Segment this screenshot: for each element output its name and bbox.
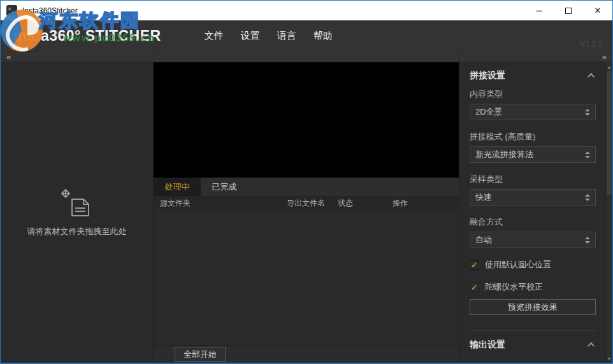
- queue-table-body: [154, 209, 459, 345]
- center-strip: [154, 52, 459, 62]
- menu-item-file[interactable]: 文件: [203, 27, 225, 45]
- window-controls: ─ ✕: [524, 1, 612, 20]
- output-settings-header[interactable]: 输出设置: [470, 339, 596, 351]
- output-settings-title: 输出设置: [470, 339, 505, 351]
- bottom-bar: 全部开始: [154, 345, 459, 363]
- blend-mode-label: 融合方式: [470, 216, 596, 228]
- custom-resolution-label: 自定义: [571, 362, 596, 363]
- maximize-icon: [565, 8, 572, 14]
- menu-item-language[interactable]: 语言: [276, 27, 298, 45]
- check-icon: ✓: [471, 261, 478, 269]
- close-button[interactable]: ✕: [583, 1, 612, 20]
- stitch-settings-title: 拼接设置: [470, 70, 505, 81]
- content-type-value: 2D全景: [475, 106, 503, 118]
- minimize-icon: ─: [536, 6, 542, 15]
- dropdown-spinner-icon: [585, 109, 590, 116]
- gyro-correction-checkbox-row[interactable]: ✓ 陀螺仪水平校正: [470, 281, 596, 293]
- stitch-mode-value: 新光流拼接算法: [475, 149, 533, 160]
- menu-item-settings[interactable]: 设置: [240, 27, 261, 45]
- tab-processing[interactable]: 处理中: [154, 178, 201, 196]
- resolution-label: 分辨率: [470, 362, 494, 363]
- queue-table-header: 源文件夹 导出文件名 状态 操作: [154, 197, 459, 209]
- default-circle-label: 使用默认圆心位置: [485, 259, 551, 270]
- sampling-type-select[interactable]: 快速: [470, 189, 596, 206]
- custom-resolution-group: 自定义: [556, 362, 596, 363]
- queue-tabbar: 处理中 已完成: [154, 178, 459, 197]
- tab-completed[interactable]: 已完成: [201, 178, 248, 196]
- column-source-folder: 源文件夹: [154, 198, 287, 209]
- preview-stitch-button[interactable]: 预览拼接效果: [470, 299, 596, 315]
- collapse-right-button[interactable]: »: [596, 53, 612, 61]
- source-panel: 请将素材文件夹拖拽至此处: [1, 62, 154, 363]
- column-operation: 操作: [393, 198, 459, 209]
- app-icon-glyph: ✳: [6, 5, 12, 12]
- drop-hint-text: 请将素材文件夹拖拽至此处: [27, 226, 127, 237]
- drop-zone[interactable]: 请将素材文件夹拖拽至此处: [27, 188, 127, 237]
- blend-mode-value: 自动: [475, 234, 492, 246]
- dropdown-spinner-icon: [585, 151, 590, 158]
- chevron-up-icon: [588, 342, 595, 349]
- output-settings-section: 输出设置 分辨率 自定义: [470, 330, 596, 363]
- column-status: 状态: [338, 198, 393, 209]
- scroll-up-button[interactable]: ▲: [606, 63, 612, 71]
- window-title: Insta360Stitcher: [22, 6, 78, 15]
- resolution-row: 分辨率 自定义: [470, 362, 596, 363]
- dropdown-spinner-icon: [585, 194, 590, 201]
- settings-scrollbar[interactable]: ▲ ▼: [605, 62, 612, 363]
- app-window: 河东软件园 www.pc0359.cn ✳ Insta360Stitcher ─…: [0, 0, 613, 364]
- video-preview: [154, 62, 459, 178]
- chevron-double-left-icon: «: [6, 52, 11, 62]
- minimize-button[interactable]: ─: [524, 1, 554, 20]
- menu-bar: 文件 设置 语言 帮助: [203, 27, 334, 45]
- titlebar: ✳ Insta360Stitcher ─ ✕: [1, 1, 612, 20]
- scroll-down-button[interactable]: ▼: [606, 354, 612, 362]
- version-label: V1.2.2: [580, 39, 602, 48]
- default-circle-checkbox-row[interactable]: ✓ 使用默认圆心位置: [470, 259, 596, 270]
- settings-content: 拼接设置 内容类型 2D全景 拼接模式 (高质量) 新光流拼接算法 采样类型 快…: [470, 70, 596, 363]
- header: insta360° STITCHER 文件 设置 语言 帮助 V1.2.2: [1, 20, 612, 52]
- stitch-mode-select[interactable]: 新光流拼接算法: [470, 146, 596, 163]
- menu-item-help[interactable]: 帮助: [312, 27, 334, 45]
- column-export-name: 导出文件名: [287, 198, 338, 209]
- scroll-thumb[interactable]: [607, 71, 612, 195]
- start-all-button[interactable]: 全部开始: [175, 347, 226, 362]
- sampling-type-label: 采样类型: [470, 174, 596, 185]
- chevron-up-icon: [588, 73, 595, 80]
- collapse-left-button[interactable]: «: [1, 53, 17, 61]
- main-area: 请将素材文件夹拖拽至此处 处理中 已完成 源文件夹 导出文件名 状态 操作 全部…: [1, 62, 612, 363]
- gyro-correction-label: 陀螺仪水平校正: [485, 281, 543, 293]
- drop-document-icon: [61, 188, 94, 220]
- queue-panel: 处理中 已完成 源文件夹 导出文件名 状态 操作 全部开始: [154, 62, 459, 363]
- settings-panel: 拼接设置 内容类型 2D全景 拼接模式 (高质量) 新光流拼接算法 采样类型 快…: [459, 62, 612, 363]
- collapse-strip: « »: [1, 52, 612, 62]
- close-icon: ✕: [595, 6, 602, 15]
- right-strip: »: [459, 52, 612, 62]
- dropdown-spinner-icon: [585, 237, 590, 244]
- content-type-label: 内容类型: [470, 88, 596, 100]
- content-type-select[interactable]: 2D全景: [470, 104, 596, 120]
- gyro-correction-checkbox[interactable]: ✓: [470, 283, 479, 292]
- stitch-mode-label: 拼接模式 (高质量): [470, 131, 596, 143]
- maximize-button[interactable]: [554, 1, 583, 20]
- chevron-double-right-icon: »: [602, 52, 607, 62]
- app-icon: ✳: [6, 5, 17, 16]
- default-circle-checkbox[interactable]: ✓: [470, 260, 479, 270]
- sampling-type-value: 快速: [475, 192, 492, 203]
- blend-mode-select[interactable]: 自动: [470, 232, 596, 248]
- app-logo: insta360° STITCHER: [13, 27, 161, 45]
- stitch-settings-header[interactable]: 拼接设置: [470, 70, 596, 81]
- check-icon: ✓: [471, 283, 478, 291]
- left-strip: «: [1, 52, 154, 62]
